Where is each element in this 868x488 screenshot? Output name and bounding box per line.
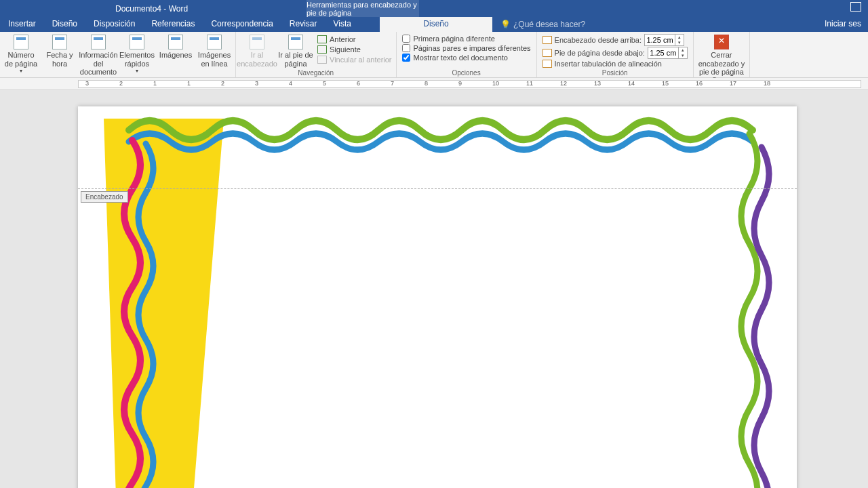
- page[interactable]: Encabezado: [78, 106, 797, 488]
- next-button[interactable]: Siguiente: [316, 45, 393, 54]
- date-time-button[interactable]: Fecha y hora: [41, 33, 78, 68]
- image-icon: [168, 35, 183, 49]
- chevron-up-icon[interactable]: ▴: [675, 35, 684, 40]
- tab-diseno[interactable]: Diseño: [44, 17, 85, 32]
- tab-insertar[interactable]: Insertar: [0, 17, 44, 32]
- header-top-icon: [542, 36, 552, 44]
- chevron-down-icon[interactable]: ▾: [675, 40, 684, 45]
- tab-revisar[interactable]: Revisar: [281, 17, 326, 32]
- close-icon: [714, 35, 729, 49]
- tell-me-input[interactable]: [513, 20, 608, 29]
- group-title-navegacion: Navegación: [239, 69, 393, 77]
- header-from-top-spinner[interactable]: ▴▾: [644, 34, 684, 46]
- group-navegacion: Ir al encabezado Ir al pie de página Ant…: [236, 32, 397, 77]
- group-title-opciones: Opciones: [399, 69, 534, 77]
- header-from-top-label: Encabezado desde arriba:: [555, 36, 642, 44]
- tab-vista[interactable]: Vista: [326, 17, 359, 32]
- goto-header-button[interactable]: Ir al encabezado: [239, 33, 275, 68]
- close-header-footer-button[interactable]: Cerrar encabezado y pie de página: [696, 33, 747, 77]
- show-doc-text-checkbox[interactable]: Mostrar texto del documento: [402, 54, 531, 62]
- doc-info-button[interactable]: Información del documento▾: [80, 33, 117, 83]
- page-number-icon: [14, 35, 28, 49]
- goto-header-icon: [250, 35, 264, 49]
- page-number-button[interactable]: Número de página▾: [3, 33, 39, 74]
- lightbulb-icon: 💡: [500, 20, 511, 29]
- quick-parts-icon: [130, 35, 144, 49]
- arrow-up-icon: [317, 35, 327, 43]
- quick-parts-button[interactable]: Elementos rápidos▾: [119, 33, 155, 74]
- goto-footer-button[interactable]: Ir al pie de página: [277, 33, 314, 68]
- footer-from-bottom-input[interactable]: [648, 47, 678, 58]
- footer-from-bottom-spinner[interactable]: ▴▾: [648, 47, 688, 59]
- previous-button[interactable]: Anterior: [316, 35, 393, 44]
- goto-footer-icon: [288, 35, 303, 49]
- first-page-different-checkbox[interactable]: Primera página diferente: [402, 35, 531, 43]
- link-previous-button[interactable]: Vincular al anterior: [316, 55, 393, 64]
- ribbon-display-options-icon[interactable]: [850, 2, 861, 12]
- insert-alignment-tab-button[interactable]: Insertar tabulación de alineación: [542, 60, 688, 68]
- tab-correspondencia[interactable]: Correspondencia: [203, 17, 281, 32]
- odd-even-different-checkbox[interactable]: Páginas pares e impares diferentes: [402, 44, 531, 52]
- images-button[interactable]: Imágenes: [157, 33, 194, 60]
- header-boundary-line: [78, 188, 797, 189]
- arrow-down-icon: [317, 45, 327, 54]
- document-title: Documento4 - Word: [115, 4, 188, 14]
- document-area[interactable]: Encabezado: [0, 90, 868, 488]
- contextual-tab-title: Herramientas para encabezado y pie de pá…: [307, 0, 419, 17]
- group-opciones: Primera página diferente Páginas pares e…: [397, 32, 537, 77]
- tab-context-diseno[interactable]: Diseño: [380, 17, 492, 32]
- footer-from-bottom-label: Pie de página desde abajo:: [555, 49, 645, 57]
- title-bar: Documento4 - Word Herramientas para enca…: [0, 0, 868, 17]
- tell-me[interactable]: 💡: [492, 17, 608, 32]
- ribbon-tabs: Insertar Diseño Disposición Referencias …: [0, 17, 868, 32]
- calendar-icon: [52, 35, 67, 49]
- horizontal-ruler[interactable]: 321123456789101112131415161718: [0, 78, 868, 90]
- group-insertar: Número de página▾ Fecha y hora Informaci…: [0, 32, 236, 77]
- group-title-posicion: Posición: [540, 69, 690, 77]
- tab-disposicion[interactable]: Disposición: [85, 17, 143, 32]
- ribbon: Número de página▾ Fecha y hora Informaci…: [0, 32, 868, 78]
- tab-icon: [542, 60, 552, 68]
- header-region-tab[interactable]: Encabezado: [81, 191, 128, 203]
- chevron-down-icon[interactable]: ▾: [679, 53, 687, 58]
- group-posicion: Encabezado desde arriba: ▴▾ Pie de págin…: [537, 32, 694, 77]
- decorative-border-art: [78, 106, 797, 488]
- footer-bottom-icon: [542, 49, 552, 57]
- online-image-icon: [207, 35, 222, 49]
- header-from-top-input[interactable]: [645, 35, 675, 45]
- tab-referencias[interactable]: Referencias: [143, 17, 203, 32]
- doc-info-icon: [91, 35, 106, 49]
- online-images-button[interactable]: Imágenes en línea: [196, 33, 233, 68]
- chevron-up-icon[interactable]: ▴: [679, 47, 687, 53]
- group-cerrar: Cerrar encabezado y pie de página Cerrar: [694, 32, 750, 77]
- link-icon: [317, 56, 327, 64]
- sign-in-link[interactable]: Iniciar ses: [818, 17, 868, 32]
